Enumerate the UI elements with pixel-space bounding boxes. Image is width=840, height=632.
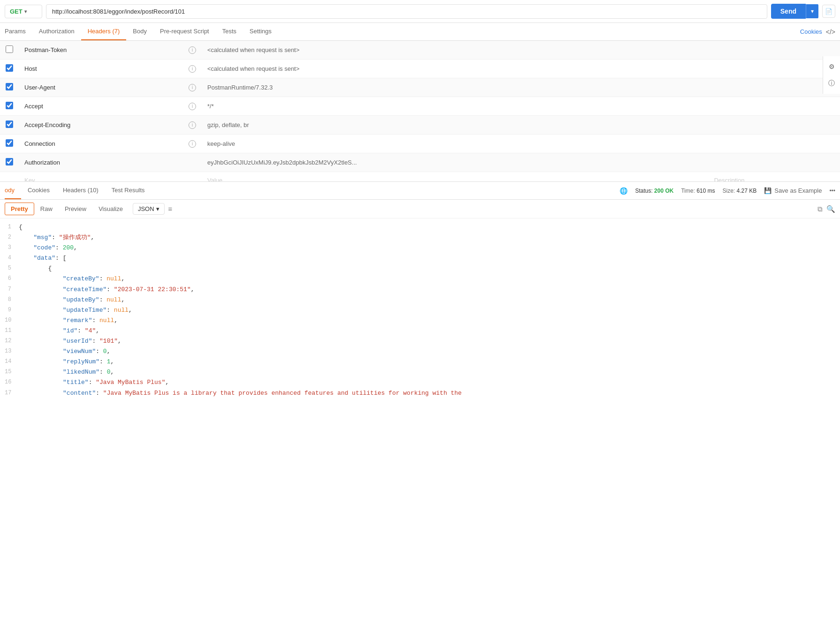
tab-body[interactable]: Body <box>126 23 153 40</box>
header-checkbox-6[interactable] <box>6 158 13 166</box>
resp-tab-cookies[interactable]: Cookies <box>21 182 56 199</box>
table-row: Accept i */* <box>0 97 840 116</box>
header-key-2: User-Agent <box>24 84 55 91</box>
collapse-icon[interactable]: </> <box>826 28 835 36</box>
info-icon-1[interactable]: i <box>189 65 196 73</box>
send-dropdown-button[interactable]: ▾ <box>806 4 818 18</box>
headers-section: Postman-Token i <calculated when request… <box>0 41 840 181</box>
json-type-label: JSON <box>138 205 154 212</box>
header-checkbox-5[interactable] <box>6 139 13 147</box>
info-side-icon[interactable]: ⓘ <box>825 77 838 90</box>
fmt-tab-raw[interactable]: Raw <box>34 203 59 215</box>
table-row: Postman-Token i <calculated when request… <box>0 41 840 60</box>
list-item: 8 "updateBy": null, <box>5 295 835 305</box>
tab-settings[interactable]: Settings <box>243 23 278 40</box>
tab-pre-request[interactable]: Pre-request Script <box>153 23 216 40</box>
status-label: Status: 200 OK <box>635 188 674 194</box>
response-meta: 🌐 Status: 200 OK Time: 610 ms Size: 4.27… <box>620 187 835 195</box>
tab-tests[interactable]: Tests <box>216 23 243 40</box>
table-row-empty: Key Value Description <box>0 172 840 182</box>
list-item: 11 "id": "4", <box>5 326 835 336</box>
info-icon-3[interactable]: i <box>189 103 196 110</box>
header-key-6: Authorization <box>24 159 60 166</box>
method-selector[interactable]: GET ▾ <box>5 5 42 18</box>
key-placeholder: Key <box>24 177 35 181</box>
globe-icon: 🌐 <box>620 187 628 195</box>
tab-authorization[interactable]: Authorization <box>32 23 81 40</box>
tab-params[interactable]: Params <box>5 23 32 40</box>
list-item: 7 "createTime": "2023-07-31 22:30:51", <box>5 285 835 295</box>
request-bar: GET ▾ Send ▾ 📄 <box>0 0 840 23</box>
list-item: 13 "viewNum": 0, <box>5 346 835 357</box>
table-row: Authorization eyJhbGciOiJIUzUxMiJ9.eyJsb… <box>0 153 840 172</box>
fmt-tab-pretty[interactable]: Pretty <box>5 203 34 215</box>
save-as-example-button[interactable]: 💾 Save as Example <box>764 187 822 194</box>
header-checkbox-0[interactable] <box>6 45 13 53</box>
list-item: 5 { <box>5 263 835 274</box>
header-key-4: Accept-Encoding <box>24 121 70 128</box>
headers-table: Postman-Token i <calculated when request… <box>0 41 840 181</box>
header-key-3: Accept <box>24 103 43 110</box>
send-button-group: Send ▾ <box>771 4 818 19</box>
info-icon-2[interactable]: i <box>189 84 196 91</box>
list-item: 4 "data": [ <box>5 253 835 263</box>
list-item: 10 "remark": null, <box>5 316 835 326</box>
send-button[interactable]: Send <box>771 4 806 19</box>
list-item: 6 "createBy": null, <box>5 274 835 284</box>
resp-tab-test-results[interactable]: Test Results <box>105 182 151 199</box>
table-row: Connection i keep-alive <box>0 135 840 153</box>
fmt-tab-visualize[interactable]: Visualize <box>92 203 129 215</box>
header-value-4: gzip, deflate, br <box>207 121 249 128</box>
size-info: Size: 4.27 KB <box>722 188 757 194</box>
list-item: 14 "replyNum": 1, <box>5 357 835 367</box>
request-tabs: Params Authorization Headers (7) Body Pr… <box>0 23 840 41</box>
status-value: 200 OK <box>654 188 674 194</box>
json-dropdown-icon: ▾ <box>156 205 159 212</box>
more-options-icon[interactable]: ••• <box>829 188 835 194</box>
tab-headers[interactable]: Headers (7) <box>81 23 127 40</box>
response-area: ody Cookies Headers (10) Test Results 🌐 … <box>0 181 840 402</box>
json-viewer: 1 { 2 "msg": "操作成功", 3 "code": 200, <box>0 218 840 402</box>
list-item: 15 "likedNum": 0, <box>5 367 835 377</box>
header-checkbox-3[interactable] <box>6 102 13 109</box>
header-key-1: Host <box>24 65 37 72</box>
list-item: 3 "code": 200, <box>5 243 835 253</box>
list-item: 17 "content": "Java MyBatis Plus is a li… <box>5 388 835 399</box>
table-row: Accept-Encoding i gzip, deflate, br <box>0 116 840 135</box>
info-icon-5[interactable]: i <box>189 140 196 148</box>
filter-icon[interactable]: ≡ <box>168 205 173 213</box>
method-label: GET <box>10 8 23 15</box>
settings-side-icon[interactable]: ⚙ <box>825 60 838 73</box>
method-chevron-icon: ▾ <box>24 9 27 14</box>
info-icon-0[interactable]: i <box>189 46 196 54</box>
header-checkbox-2[interactable] <box>6 83 13 90</box>
header-value-1: <calculated when request is sent> <box>207 65 300 72</box>
table-row: User-Agent i PostmanRuntime/7.32.3 <box>0 78 840 97</box>
header-checkbox-4[interactable] <box>6 120 13 128</box>
list-item: 16 "title": "Java MyBatis Plus", <box>5 377 835 388</box>
resp-tab-headers[interactable]: Headers (10) <box>56 182 105 199</box>
url-input[interactable] <box>46 4 767 19</box>
json-content: 1 { 2 "msg": "操作成功", 3 "code": 200, <box>0 218 840 402</box>
list-item: 12 "userId": "101", <box>5 336 835 346</box>
list-item: 9 "updateTime": null, <box>5 305 835 316</box>
header-value-5: keep-alive <box>207 140 235 147</box>
header-checkbox-1[interactable] <box>6 64 13 72</box>
json-type-selector[interactable]: JSON ▾ <box>133 203 165 215</box>
response-tabs-bar: ody Cookies Headers (10) Test Results 🌐 … <box>0 182 840 200</box>
list-item: 1 { <box>5 222 835 233</box>
resp-tab-body[interactable]: ody <box>5 182 21 199</box>
copy-icon[interactable]: ⧉ <box>817 205 823 213</box>
save-icon: 💾 <box>764 187 772 194</box>
value-placeholder: Value <box>207 177 222 181</box>
fmt-tab-preview[interactable]: Preview <box>59 203 92 215</box>
format-tabs: Pretty Raw Preview Visualize JSON ▾ ≡ ⧉ … <box>0 200 840 218</box>
header-key-5: Connection <box>24 140 55 147</box>
search-icon[interactable]: 🔍 <box>826 205 835 213</box>
list-item: 2 "msg": "操作成功", <box>5 233 835 243</box>
notes-icon[interactable]: 📄 <box>822 5 835 18</box>
cookies-link[interactable]: Cookies <box>800 23 822 40</box>
info-icon-4[interactable]: i <box>189 121 196 129</box>
time-info: Time: 610 ms <box>681 188 715 194</box>
header-value-0: <calculated when request is sent> <box>207 46 300 53</box>
